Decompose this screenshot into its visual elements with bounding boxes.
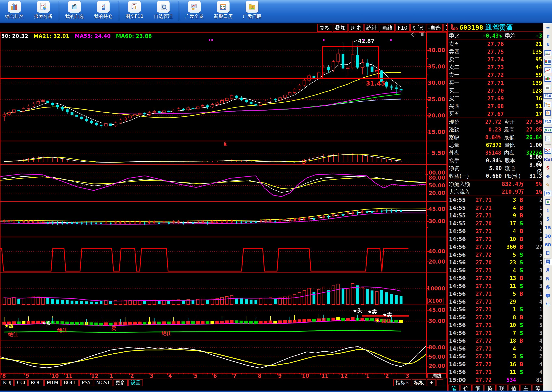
bid-row[interactable]: 买四27.6851 [448, 102, 544, 110]
f12-icon[interactable]: F12 [544, 117, 552, 126]
chart-btn-统计[interactable]: 统计 [364, 24, 379, 32]
ma-label: MA21: 32.01 [34, 33, 70, 39]
bid-row[interactable]: 买五27.6717 [448, 110, 544, 118]
ask-row[interactable]: 卖五27.7621 [448, 40, 544, 48]
trading-app-window: 综合排名报表分析我的自选我的持仓图文F10自选管理广发全景新股日历广发问股 复权… [0, 0, 552, 392]
f5-icon[interactable]: F5 [544, 189, 552, 198]
bid-qty: 51 [504, 103, 544, 109]
holdings-icon [97, 1, 110, 13]
formula-icon[interactable]: ƒ(x) [544, 126, 552, 134]
down-icon[interactable]: ⇩ [544, 41, 552, 49]
toolbar-item-3[interactable]: 我的自选 [60, 0, 89, 22]
toolbar-item-9[interactable]: 广发问股 [238, 0, 267, 22]
indicator-tab-ROC[interactable]: ROC [28, 379, 44, 386]
toolbar-item-7[interactable]: 广发全景 [180, 0, 209, 22]
indicator-tab-BOLL[interactable]: BOLL [61, 379, 79, 386]
chart-btn-叠加[interactable]: 叠加 [333, 24, 348, 32]
quote-table-icon[interactable] [544, 57, 552, 66]
footer-ctrl--[interactable]: - [437, 379, 443, 386]
move-icon[interactable]: ✥ [544, 172, 552, 181]
chart-btn-标记[interactable]: 标记 [410, 24, 425, 32]
ask-row[interactable]: 卖三27.7495 [448, 56, 544, 63]
footer-ctrl-模板[interactable]: 模板 [412, 379, 426, 386]
indicator-tab-MCST[interactable]: MCST [94, 379, 112, 386]
pencil-icon[interactable]: ✎ [544, 181, 552, 189]
ma-label: 50: 20.32 [1, 33, 28, 39]
period-week[interactable]: 周 [544, 258, 552, 266]
s-indicator-icon[interactable]: S [544, 164, 552, 172]
period-n[interactable]: N [544, 274, 552, 283]
ask-label: 卖一 [448, 71, 473, 78]
ask-row[interactable]: 卖四27.75135 [448, 48, 544, 56]
toolbar-item-label: 我的自选 [65, 13, 84, 20]
manage-icon [157, 1, 170, 13]
chart-btn-历史[interactable]: 历史 [348, 24, 363, 32]
chart-toolbar: 复权叠加历史统计画线F10标记-自选返回 [317, 24, 459, 32]
footer-ctrl-+[interactable]: + [427, 379, 436, 386]
back-icon[interactable]: ⇦ [544, 23, 552, 32]
trade-row: 14:5627.728B2 [448, 314, 544, 322]
toolbar-separator [58, 1, 59, 21]
trade-row: 14:5627.7218B4 [448, 337, 544, 345]
weekly-kline-chart-canvas[interactable] [0, 23, 447, 378]
tick-trade-list[interactable]: 14:5527.713B214:5527.714B114:5527.719B21… [448, 196, 544, 384]
ask-row[interactable]: 卖一27.7259 [448, 71, 544, 79]
footer-ctrl-指标B[interactable]: 指标B [393, 379, 411, 386]
ask-qty: 44 [504, 64, 544, 70]
trade-row: 14:5527.714B1 [448, 204, 544, 212]
kline-icon[interactable] [544, 75, 552, 83]
period-30[interactable]: 30 [544, 232, 552, 240]
chart-btn--自选[interactable]: -自选 [426, 24, 443, 32]
bid-row[interactable]: 买二27.70128 [448, 87, 544, 94]
period-5[interactable]: 5 [544, 215, 552, 223]
zixuan-icon[interactable]: 自 [544, 109, 552, 117]
rsi-icon[interactable]: RSI [544, 155, 552, 164]
indicator-tab-KDJ[interactable]: KDJ [1, 379, 14, 386]
ask-label: 卖三 [448, 56, 473, 63]
period-15[interactable]: 15 [544, 223, 552, 232]
tree-icon[interactable] [544, 100, 552, 109]
bid-price: 27.67 [473, 111, 504, 117]
wave-icon[interactable] [544, 147, 552, 155]
refresh-icon[interactable]: ↻ [544, 198, 552, 206]
trade-row: 14:5627.7110S5 [448, 321, 544, 329]
bid-qty: 128 [504, 88, 544, 94]
f10-icon[interactable]: F10 [544, 92, 552, 100]
bid-row[interactable]: 买三27.6916 [448, 94, 544, 102]
chart-btn-F10[interactable]: F10 [396, 24, 410, 32]
toolbar-item-5[interactable]: 图文F10 [120, 0, 149, 22]
bid-row[interactable]: 买一27.71139 [448, 79, 544, 87]
stock-flags: R 500 [451, 24, 458, 30]
period-day[interactable]: 日 [544, 249, 552, 258]
ellipse-icon[interactable]: ○ [544, 134, 552, 143]
up-icon[interactable]: ⇧ [544, 32, 552, 41]
report-list-icon[interactable] [544, 49, 552, 57]
indicator-tab-CCI[interactable]: CCI [14, 379, 28, 386]
bid-qty: 139 [504, 80, 544, 86]
period-60[interactable]: 60 [544, 240, 552, 249]
toolbar-item-1[interactable]: 综合排名 [0, 0, 29, 22]
fund-flows: 净流入额832.4万5%大宗流入210.9万1% [448, 180, 544, 196]
period-multi[interactable]: 多 [544, 283, 552, 292]
toolbar-item-6[interactable]: 自选管理 [149, 0, 178, 22]
indicator-tab-设置[interactable]: 设置 [128, 379, 143, 386]
chart-btn-画线[interactable]: 画线 [380, 24, 395, 32]
period-year[interactable]: 年 [544, 300, 552, 309]
bid-price: 27.70 [473, 88, 504, 94]
period-1[interactable]: 1 [544, 206, 552, 215]
report-icon [37, 1, 50, 13]
toolbar-item-4[interactable]: 我的持仓 [89, 0, 118, 22]
indicator-tab-MTM[interactable]: MTM [44, 379, 61, 386]
period-quarter[interactable]: 季 [544, 292, 552, 300]
chart-btn-复权[interactable]: 复权 [317, 24, 332, 32]
toolbar-item-2[interactable]: 报表分析 [29, 0, 58, 22]
period-month[interactable]: 月 [544, 266, 552, 274]
toolbar-item-8[interactable]: 新股日历 [209, 0, 238, 22]
news-pages-icon[interactable] [544, 83, 552, 92]
trend-line-icon[interactable] [544, 66, 552, 75]
toolbar-item-label: 自选管理 [154, 13, 173, 20]
ask-row[interactable]: 卖二27.7344 [448, 63, 544, 71]
indicator-tab-PSY[interactable]: PSY [79, 379, 93, 386]
indicator-tab-更多[interactable]: 更多 [113, 379, 128, 386]
trade-row: 14:5627.717S3 [448, 329, 544, 337]
